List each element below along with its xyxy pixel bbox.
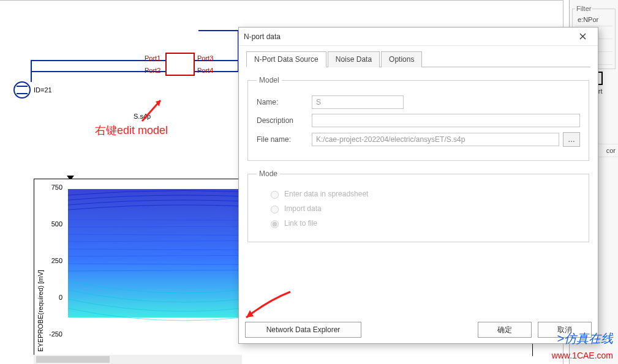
close-icon [579, 33, 586, 40]
y-tick: 750 [38, 184, 62, 191]
watermark-blue: >仿真在线 [557, 330, 613, 347]
wire [31, 60, 32, 82]
radio-enter-spreadsheet: Enter data in spreadsheet [268, 189, 580, 199]
filename-label: File name: [257, 135, 312, 144]
radio-label: Link to file [284, 219, 317, 228]
name-field [312, 95, 404, 109]
wire [198, 30, 239, 31]
y-tick: 0 [38, 294, 62, 301]
tab-nport-data-source[interactable]: N-Port Data Source [246, 51, 326, 67]
y-axis-label: EYEPROBE(required) [mV] [37, 270, 44, 352]
nport-data-dialog: N-port data N-Port Data Source Noise Dat… [238, 27, 598, 344]
browse-button[interactable]: … [563, 132, 580, 147]
port3-label: Port3 [197, 54, 213, 62]
dialog-footer: Network Data Explorer 确定 取消 [239, 316, 598, 343]
radio-import-data: Import data [268, 204, 580, 214]
y-tick: -250 [38, 330, 62, 338]
scrollbar-thumb[interactable] [36, 356, 110, 363]
radio-label: Enter data in spreadsheet [284, 190, 368, 198]
port2-label: Port2 [145, 67, 160, 74]
mode-group: Mode Enter data in spreadsheet Import da… [247, 169, 589, 242]
model-group: Model Name: Description File name: … [247, 76, 589, 161]
tab-noise-data[interactable]: Noise Data [328, 51, 380, 67]
nport-block[interactable] [165, 53, 195, 76]
radio-input [271, 220, 279, 228]
filename-field [312, 133, 559, 146]
tab-options[interactable]: Options [381, 51, 422, 67]
source-symbol[interactable] [13, 81, 31, 98]
radio-label: Import data [284, 204, 322, 213]
source-id-label: ID=21 [34, 86, 52, 94]
name-label: Name: [257, 98, 312, 106]
watermark-red: www.1CAE.com [552, 351, 613, 360]
model-legend: Model [257, 76, 282, 84]
port1-label: Port1 [145, 54, 160, 62]
ok-button[interactable]: 确定 [478, 322, 532, 338]
mode-legend: Mode [257, 169, 280, 178]
radio-input [271, 191, 279, 199]
panel-row[interactable]: e:NPor [575, 13, 612, 26]
network-data-explorer-button[interactable]: Network Data Explorer [245, 322, 361, 338]
description-field[interactable] [312, 114, 580, 127]
filter-legend: Filter [575, 5, 592, 12]
radio-input [271, 206, 279, 214]
y-tick: 250 [38, 257, 62, 264]
annotation-arrow-icon [140, 95, 167, 122]
radio-link-to-file: Link to file [268, 218, 580, 228]
horizontal-scrollbar[interactable] [34, 355, 242, 364]
close-button[interactable] [572, 30, 593, 43]
dialog-title: N-port data [244, 32, 281, 41]
y-tick: 500 [38, 220, 62, 228]
dialog-titlebar[interactable]: N-port data [239, 28, 598, 46]
tab-strip: N-Port Data Source Noise Data Options [246, 51, 590, 67]
ellipsis-icon: … [568, 135, 575, 144]
description-label: Description [257, 116, 312, 125]
annotation-text: 右键edit model [95, 123, 168, 138]
port4-label: Port4 [197, 67, 213, 74]
